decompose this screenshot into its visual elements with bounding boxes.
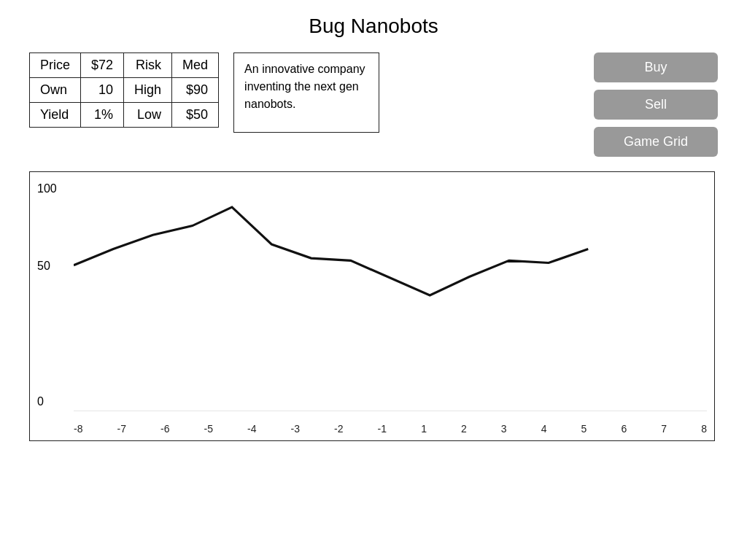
game-grid-button[interactable]: Game Grid bbox=[594, 127, 718, 157]
table-cell: 10 bbox=[81, 78, 124, 103]
table-cell: $72 bbox=[81, 53, 124, 78]
table-cell: Med bbox=[172, 53, 219, 78]
chart-x-label: 6 bbox=[621, 423, 627, 435]
table-cell: High bbox=[124, 78, 172, 103]
description-box: An innovative company inventing the next… bbox=[233, 52, 379, 133]
chart-x-label: 5 bbox=[581, 423, 587, 435]
chart-x-label: -7 bbox=[117, 423, 126, 435]
chart-x-label: 2 bbox=[461, 423, 467, 435]
buttons-column: Buy Sell Game Grid bbox=[594, 52, 718, 157]
chart-x-labels: -8-7-6-5-4-3-2-112345678 bbox=[74, 423, 707, 435]
table-cell: Price bbox=[30, 53, 81, 78]
chart-y-label-100: 100 bbox=[37, 182, 57, 195]
chart-x-label: 7 bbox=[661, 423, 667, 435]
price-chart bbox=[74, 179, 707, 411]
table-cell: 1% bbox=[81, 103, 124, 128]
chart-container: 100 50 0 -8-7-6-5-4-3-2-112345678 bbox=[29, 171, 715, 441]
chart-x-label: -2 bbox=[334, 423, 343, 435]
table-cell: Yield bbox=[30, 103, 81, 128]
table-cell: Own bbox=[30, 78, 81, 103]
table-cell: Risk bbox=[124, 53, 172, 78]
chart-x-label: -1 bbox=[378, 423, 387, 435]
chart-x-label: -8 bbox=[74, 423, 82, 435]
table-cell: $90 bbox=[172, 78, 219, 103]
chart-x-label: 3 bbox=[501, 423, 507, 435]
table-cell: $50 bbox=[172, 103, 219, 128]
table-cell: Low bbox=[124, 103, 172, 128]
sell-button[interactable]: Sell bbox=[594, 90, 718, 120]
chart-y-label-0: 0 bbox=[37, 395, 44, 408]
chart-x-label: -3 bbox=[291, 423, 300, 435]
info-table: Price$72RiskMedOwn10High$90Yield1%Low$50 bbox=[29, 52, 219, 128]
page-title: Bug Nanobots bbox=[29, 15, 718, 38]
chart-x-label: -4 bbox=[247, 423, 256, 435]
chart-x-label: -5 bbox=[204, 423, 213, 435]
chart-x-label: 8 bbox=[701, 423, 707, 435]
chart-y-label-50: 50 bbox=[37, 260, 50, 273]
buy-button[interactable]: Buy bbox=[594, 52, 718, 82]
chart-line bbox=[74, 207, 588, 295]
top-section: Price$72RiskMedOwn10High$90Yield1%Low$50… bbox=[29, 52, 718, 157]
chart-x-label: 4 bbox=[541, 423, 547, 435]
chart-x-label: -6 bbox=[160, 423, 169, 435]
chart-x-label: 1 bbox=[421, 423, 427, 435]
